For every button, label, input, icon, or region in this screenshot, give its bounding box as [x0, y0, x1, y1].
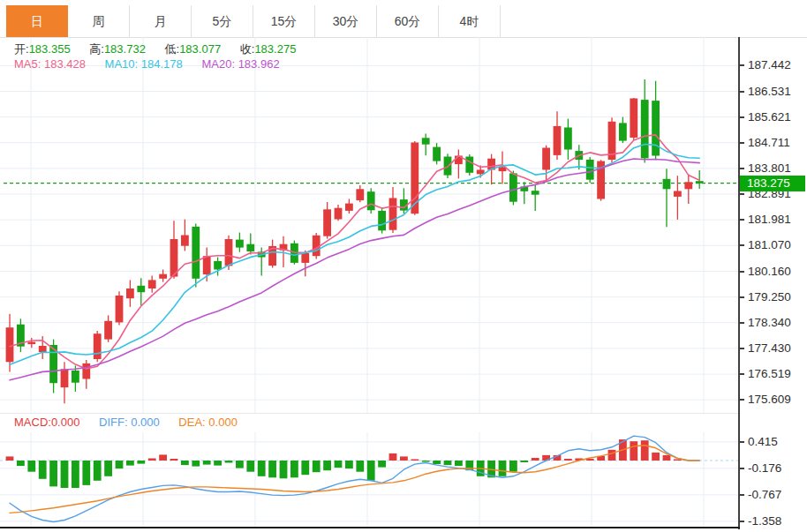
axis-tick-label: 181.070 — [748, 238, 791, 252]
axis-tick-mark — [740, 322, 744, 324]
macd-histogram-bar — [159, 454, 167, 461]
macd-histogram-bar — [411, 460, 419, 461]
macd-histogram-bar — [630, 441, 637, 461]
candle-body — [203, 256, 211, 274]
macd-histogram-bar — [444, 461, 452, 465]
timeframe-tab-周[interactable]: 周 — [68, 5, 130, 37]
macd-histogram-bar — [181, 461, 189, 465]
timeframe-tab-30分[interactable]: 30分 — [315, 5, 377, 37]
axis-tick-mark — [740, 441, 744, 443]
candle-body — [181, 236, 189, 246]
ma-readout: MA5: 183.428 MA10: 184.178 MA20: 183.962 — [14, 57, 296, 71]
macd-label: MACD: — [14, 416, 51, 429]
timeframe-tabbar: 日周月5分15分30分60分4时 — [6, 5, 501, 37]
candle-body — [509, 173, 517, 201]
timeframe-tab-4时[interactable]: 4时 — [439, 5, 501, 37]
macd-histogram-bar — [455, 461, 463, 466]
macd-histogram-bar — [389, 453, 397, 461]
axis-tick-label: 183.801 — [748, 161, 791, 176]
ma10-readout: MA10: 184.178 — [105, 57, 183, 71]
timeframe-tab-60分[interactable]: 60分 — [377, 5, 439, 37]
axis-tick-label: 0.415 — [748, 435, 778, 449]
timeframe-tab-5分[interactable]: 5分 — [192, 5, 253, 37]
main-chart-canvas[interactable] — [0, 37, 738, 413]
macd-histogram-bar — [246, 461, 254, 472]
axis-tick-label: 185.621 — [748, 110, 791, 124]
macd-histogram-bar — [94, 461, 102, 481]
dea-value: 0.000 — [208, 416, 238, 429]
timeframe-tab-日[interactable]: 日 — [6, 5, 68, 37]
diff-value: 0.000 — [131, 416, 160, 429]
macd-histogram-bar — [148, 459, 156, 461]
timeframe-tab-月[interactable]: 月 — [130, 5, 192, 37]
macd-readout: MACD:0.000 DIFF: 0.000 DEA: 0.000 — [14, 416, 253, 429]
macd-histogram-bar — [82, 461, 90, 485]
axis-tick-mark — [740, 494, 744, 496]
macd-value: 0.000 — [51, 416, 80, 429]
candle-body — [301, 253, 309, 263]
axis-tick-mark — [740, 142, 744, 144]
macd-histogram-bar — [509, 461, 517, 472]
ma10-line — [10, 145, 699, 365]
axis-tick-label: -1.358 — [748, 514, 781, 528]
macd-histogram-bar — [422, 461, 430, 462]
candle-body — [27, 342, 35, 345]
macd-histogram-bar — [301, 461, 309, 475]
macd-histogram-bar — [225, 461, 233, 463]
ma5-label: MA5: — [14, 57, 41, 71]
axis-tick-label: 180.160 — [748, 265, 791, 279]
candle-body — [6, 327, 14, 362]
macd-histogram-bar — [663, 455, 671, 461]
ma20-readout: MA20: 183.962 — [201, 57, 279, 71]
macd-histogram-bar — [345, 461, 353, 468]
quote-close-value: 183.275 — [254, 42, 296, 56]
candle-body — [684, 182, 692, 189]
axis-tick-label: -0.767 — [748, 488, 781, 502]
macd-value-readout: MACD:0.000 — [14, 416, 79, 429]
candle-body — [192, 227, 200, 279]
timeframe-tab-15分[interactable]: 15分 — [253, 5, 315, 37]
quote-high-value: 183.732 — [104, 42, 146, 56]
quote-open-label: 开: — [14, 42, 29, 56]
quote-close: 收:183.275 — [240, 42, 297, 56]
macd-histogram-bar — [126, 461, 134, 466]
quote-high-label: 高: — [89, 42, 104, 56]
quote-low: 低:183.077 — [165, 42, 222, 56]
macd-histogram-bar — [39, 461, 47, 479]
axis-tick-mark — [740, 64, 744, 66]
candle-body — [61, 369, 69, 387]
diff-line — [10, 436, 699, 521]
axis-tick-mark — [740, 91, 744, 93]
candle-body — [378, 211, 386, 230]
axis-tick-mark — [740, 244, 744, 246]
macd-histogram-bar — [214, 461, 222, 466]
candle-body — [159, 274, 167, 279]
axis-tick-mark — [740, 193, 744, 195]
candle-body — [246, 244, 254, 251]
axis-tick-mark — [740, 168, 744, 169]
candle-body — [116, 296, 124, 322]
axis-tick-mark — [740, 399, 744, 401]
candle-body — [170, 239, 178, 277]
candle-body — [345, 204, 353, 211]
quote-open-value: 183.355 — [29, 42, 71, 56]
macd-histogram-bar — [6, 456, 14, 461]
ma10-value: 184.178 — [141, 57, 183, 71]
macd-histogram-bar — [72, 461, 79, 488]
axis-tick-mark — [740, 296, 744, 298]
axis-tick-label: 181.981 — [748, 213, 791, 227]
macd-histogram-bar — [17, 461, 25, 466]
macd-histogram-bar — [170, 459, 178, 461]
axis-tick-mark — [740, 373, 744, 375]
macd-histogram-bar — [608, 450, 616, 461]
candle-body — [422, 138, 430, 144]
macd-histogram-bar — [335, 461, 343, 468]
panel-divider — [0, 413, 738, 414]
macd-histogram-bar — [203, 461, 211, 465]
macd-chart-canvas[interactable] — [0, 432, 738, 528]
current-price-badge: 183.275 — [740, 176, 805, 191]
candle-body — [225, 239, 233, 266]
quote-low-label: 低: — [165, 42, 180, 56]
candle-body — [630, 99, 637, 139]
axis-tick-label: 178.340 — [748, 316, 791, 330]
